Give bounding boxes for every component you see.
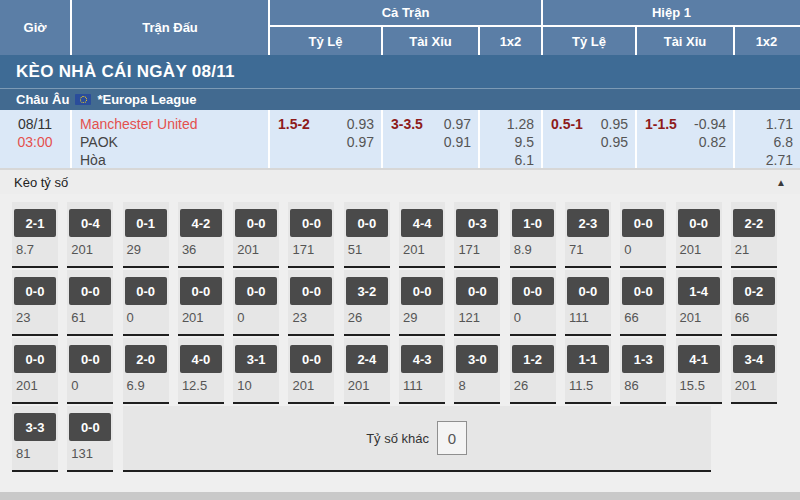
full-handicap-cell[interactable]: 1.5-2 0.93 0.97 bbox=[270, 110, 383, 168]
match-teams-cell[interactable]: Manchester United PAOK Hòa bbox=[72, 110, 270, 168]
half-handicap-odd-home[interactable]: 0.95 bbox=[601, 115, 628, 133]
score-cell[interactable]: 0-3171 bbox=[454, 202, 500, 268]
score-cell[interactable]: 1-111.5 bbox=[565, 338, 611, 404]
score-box[interactable]: 0-0 bbox=[678, 209, 720, 237]
score-box[interactable]: 4-4 bbox=[401, 209, 443, 237]
score-cell[interactable]: 4-4201 bbox=[399, 202, 445, 268]
half-over-odd[interactable]: -0.94 bbox=[694, 115, 726, 133]
full-handicap-odd-home[interactable]: 0.93 bbox=[347, 115, 374, 133]
score-cell[interactable]: 0-0201 bbox=[288, 338, 334, 404]
score-cell[interactable]: 0-061 bbox=[67, 270, 113, 336]
full-overunder-cell[interactable]: 3-3.5 0.97 0.91 bbox=[383, 110, 480, 168]
score-box[interactable]: 2-3 bbox=[567, 209, 609, 237]
score-cell[interactable]: 4-3111 bbox=[399, 338, 445, 404]
score-section-bar[interactable]: Kèo tỷ số ▲ bbox=[0, 168, 800, 194]
half-handicap-odd-away[interactable]: 0.95 bbox=[601, 133, 628, 151]
score-box[interactable]: 1-1 bbox=[567, 345, 609, 373]
score-box[interactable]: 0-0 bbox=[235, 277, 277, 305]
score-box[interactable]: 4-1 bbox=[678, 345, 720, 373]
score-box[interactable]: 0-1 bbox=[125, 209, 167, 237]
score-box[interactable]: 0-0 bbox=[401, 277, 443, 305]
score-cell[interactable]: 0-0171 bbox=[288, 202, 334, 268]
score-cell[interactable]: 0-0121 bbox=[454, 270, 500, 336]
score-box[interactable]: 0-0 bbox=[69, 345, 111, 373]
score-box[interactable]: 2-4 bbox=[346, 345, 388, 373]
score-cell[interactable]: 0-0201 bbox=[233, 202, 279, 268]
half-1x2-draw[interactable]: 2.71 bbox=[735, 151, 793, 169]
score-cell[interactable]: 0-4201 bbox=[67, 202, 113, 268]
score-box[interactable]: 1-3 bbox=[622, 345, 664, 373]
score-cell[interactable]: 3-110 bbox=[233, 338, 279, 404]
score-cell[interactable]: 0-023 bbox=[12, 270, 58, 336]
score-cell[interactable]: 3-226 bbox=[344, 270, 390, 336]
score-box[interactable]: 1-4 bbox=[678, 277, 720, 305]
score-cell[interactable]: 0-051 bbox=[344, 202, 390, 268]
score-cell[interactable]: 2-18.7 bbox=[12, 202, 58, 268]
half-1x2-cell[interactable]: 1.71 6.8 2.71 bbox=[735, 110, 800, 168]
score-box[interactable]: 0-0 bbox=[69, 277, 111, 305]
score-box[interactable]: 0-0 bbox=[456, 277, 498, 305]
score-cell[interactable]: 0-129 bbox=[123, 202, 169, 268]
score-box[interactable]: 2-2 bbox=[733, 209, 775, 237]
score-box[interactable]: 0-0 bbox=[69, 413, 111, 441]
score-box[interactable]: 0-0 bbox=[14, 277, 56, 305]
score-box[interactable]: 0-0 bbox=[622, 277, 664, 305]
score-box[interactable]: 2-0 bbox=[125, 345, 167, 373]
score-cell[interactable]: 1-226 bbox=[510, 338, 556, 404]
score-box[interactable]: 0-0 bbox=[180, 277, 222, 305]
score-cell[interactable]: 0-00 bbox=[233, 270, 279, 336]
full-handicap-odd-away[interactable]: 0.97 bbox=[347, 133, 374, 151]
bottom-scrollbar[interactable] bbox=[0, 492, 800, 500]
score-cell[interactable]: 3-4201 bbox=[731, 338, 777, 404]
score-cell[interactable]: 0-00 bbox=[620, 202, 666, 268]
score-cell[interactable]: 0-0201 bbox=[12, 338, 58, 404]
score-cell[interactable]: 2-221 bbox=[731, 202, 777, 268]
score-box[interactable]: 0-0 bbox=[290, 209, 332, 237]
score-box[interactable]: 4-0 bbox=[180, 345, 222, 373]
score-cell[interactable]: 0-0131 bbox=[67, 406, 113, 472]
score-cell[interactable]: 3-08 bbox=[454, 338, 500, 404]
score-box[interactable]: 0-4 bbox=[69, 209, 111, 237]
score-box[interactable]: 0-3 bbox=[456, 209, 498, 237]
score-cell[interactable]: 0-266 bbox=[731, 270, 777, 336]
collapse-arrow-icon[interactable]: ▲ bbox=[776, 177, 786, 188]
score-box[interactable]: 2-1 bbox=[14, 209, 56, 237]
half-1x2-away[interactable]: 6.8 bbox=[735, 133, 793, 151]
score-box[interactable]: 0-0 bbox=[346, 209, 388, 237]
score-box[interactable]: 0-0 bbox=[290, 345, 332, 373]
away-team[interactable]: PAOK bbox=[80, 133, 268, 151]
score-cell[interactable]: 0-023 bbox=[288, 270, 334, 336]
score-cell[interactable]: 0-00 bbox=[123, 270, 169, 336]
home-team[interactable]: Manchester United bbox=[80, 115, 268, 133]
score-cell[interactable]: 0-00 bbox=[67, 338, 113, 404]
score-box[interactable]: 1-0 bbox=[512, 209, 554, 237]
score-box[interactable]: 0-2 bbox=[733, 277, 775, 305]
full-under-odd[interactable]: 0.91 bbox=[444, 133, 471, 151]
score-cell[interactable]: 4-236 bbox=[178, 202, 224, 268]
score-cell[interactable]: 0-066 bbox=[620, 270, 666, 336]
score-box[interactable]: 0-0 bbox=[512, 277, 554, 305]
half-overunder-cell[interactable]: 1-1.5 -0.94 0.82 bbox=[637, 110, 735, 168]
full-1x2-cell[interactable]: 1.28 9.5 6.1 bbox=[480, 110, 543, 168]
score-box[interactable]: 0-0 bbox=[622, 209, 664, 237]
full-1x2-draw[interactable]: 6.1 bbox=[480, 151, 534, 169]
score-cell[interactable]: 3-381 bbox=[12, 406, 58, 472]
score-box[interactable]: 0-0 bbox=[125, 277, 167, 305]
score-cell[interactable]: 1-08.9 bbox=[510, 202, 556, 268]
other-score-input[interactable] bbox=[437, 421, 467, 455]
score-box[interactable]: 1-2 bbox=[512, 345, 554, 373]
full-over-odd[interactable]: 0.97 bbox=[444, 115, 471, 133]
score-box[interactable]: 4-2 bbox=[180, 209, 222, 237]
score-box[interactable]: 4-3 bbox=[401, 345, 443, 373]
score-box[interactable]: 0-0 bbox=[14, 345, 56, 373]
score-cell[interactable]: 0-0201 bbox=[178, 270, 224, 336]
full-1x2-home[interactable]: 1.28 bbox=[480, 115, 534, 133]
score-cell[interactable]: 2-371 bbox=[565, 202, 611, 268]
league-row[interactable]: Châu Âu *Europa League bbox=[0, 88, 800, 110]
score-box[interactable]: 0-0 bbox=[290, 277, 332, 305]
half-handicap-cell[interactable]: 0.5-1 0.95 0.95 bbox=[543, 110, 637, 168]
score-box[interactable]: 0-0 bbox=[235, 209, 277, 237]
score-box[interactable]: 3-4 bbox=[733, 345, 775, 373]
score-cell[interactable]: 2-4201 bbox=[344, 338, 390, 404]
score-box[interactable]: 3-0 bbox=[456, 345, 498, 373]
